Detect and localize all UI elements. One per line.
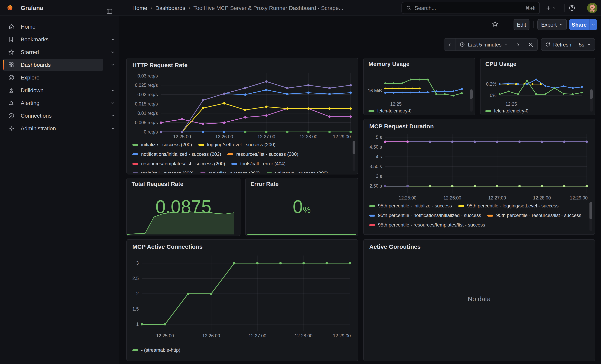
chevron-down-icon[interactable] (110, 97, 115, 109)
legend-item[interactable]: fetch-telemetry-0 (369, 107, 411, 114)
legend-item[interactable]: 95th percentile - initialize - success (369, 201, 452, 211)
panel-http-request-rate[interactable]: HTTP Request Rate 0 req/s0.005 req/s0.01… (126, 58, 358, 175)
sidebar-item-drilldown[interactable]: Drilldown (3, 84, 103, 96)
panel-active-goroutines[interactable]: Active Goroutines No data (363, 239, 595, 361)
stat-value-row: 0 % (246, 197, 358, 216)
svg-text:2.50 s: 2.50 s (370, 183, 382, 188)
legend-item[interactable]: logging/setLevel - success (200) (198, 140, 275, 149)
legend-item[interactable]: 95th percentile - resources/list - succe… (488, 211, 581, 220)
legend-item[interactable]: notifications/initialized - success (202… (132, 149, 221, 159)
chevron-left-icon (448, 42, 452, 47)
svg-text:0.005 req/s: 0.005 req/s (135, 120, 158, 125)
time-forward-button[interactable] (512, 38, 524, 51)
legend-item[interactable]: resources/templates/list - success (200) (132, 159, 225, 168)
legend-scrollbar[interactable] (590, 89, 593, 112)
add-button[interactable] (545, 3, 556, 13)
legend-item[interactable]: fetch-telemetry-0 (485, 107, 529, 114)
connections-legend: - (streamable-http) (132, 345, 349, 356)
edit-button[interactable]: Edit (513, 19, 530, 30)
panel-cpu-usage[interactable]: CPU Usage 0.2%0%12:25 fetch-telemetry-0 (480, 58, 595, 115)
legend-label: notifications/initialized - success (202… (141, 151, 221, 157)
http-legend: initialize - success (200)logging/setLev… (132, 140, 349, 173)
brand-name: Grafana (21, 4, 43, 11)
share-menu-button[interactable] (589, 19, 597, 30)
chevron-down-icon[interactable] (110, 84, 115, 96)
chevron-down-icon[interactable] (110, 59, 115, 71)
chevron-down-icon[interactable] (110, 46, 115, 58)
legend-item[interactable]: 95th percentile - notifications/initiali… (369, 211, 481, 220)
sidebar-item-administration[interactable]: Administration (3, 122, 103, 134)
sidebar-item-dashboards[interactable]: Dashboards (3, 59, 103, 71)
svg-text:0.03 req/s: 0.03 req/s (138, 73, 158, 79)
edit-button-label: Edit (517, 22, 526, 28)
legend-item[interactable]: 95th percentile - logging/setLevel - suc… (458, 201, 559, 211)
panel-error-rate[interactable]: Error Rate 0 % (245, 178, 358, 236)
sidebar-toggle-icon[interactable] (106, 3, 113, 19)
svg-text:0%: 0% (490, 93, 496, 98)
chevron-down-icon[interactable] (110, 110, 115, 122)
breadcrumb-dashboards[interactable]: Dashboards (155, 5, 185, 11)
legend-scrollbar[interactable] (590, 202, 592, 231)
breadcrumb-current: ToolHive MCP Server & Proxy Runner Dashb… (193, 5, 343, 11)
legend-color-chip (266, 172, 272, 173)
legend-item[interactable]: tools/call - success (200) (132, 168, 194, 173)
time-back-button[interactable] (444, 38, 456, 51)
refresh-button[interactable]: Refresh (541, 38, 575, 51)
panel-total-request-rate[interactable]: Total Request Rate 0.0875 (126, 178, 240, 236)
panel-mcp-active-connections[interactable]: MCP Active Connections 11.522.5312:25:00… (126, 239, 358, 361)
cpu-legend: fetch-telemetry-0 (485, 107, 585, 114)
zoom-out-button[interactable] (524, 38, 538, 51)
search-input[interactable] (415, 5, 525, 11)
panel-mcp-request-duration[interactable]: MCP Request Duration 5 s4.50 s4 s3.50 s3… (363, 119, 595, 235)
legend-color-chip (132, 349, 138, 351)
refresh-interval-picker[interactable]: 5s (575, 38, 595, 51)
time-range-picker[interactable]: Last 5 minutes (456, 38, 512, 51)
refresh-icon (545, 42, 550, 47)
sidebar-item-alerting[interactable]: Alerting (3, 97, 103, 109)
gear-icon (7, 125, 15, 132)
panel-title: Memory Usage (369, 61, 410, 67)
legend-label: unknown - success (200) (275, 170, 328, 173)
legend-item[interactable]: initialize - success (200) (132, 140, 192, 149)
svg-text:12:27:00: 12:27:00 (257, 134, 275, 139)
breadcrumb-home[interactable]: Home (132, 5, 147, 11)
legend-item[interactable]: 95th percentile - resources/templates/li… (369, 220, 485, 230)
legend-scrollbar[interactable] (470, 89, 473, 112)
svg-text:2.5: 2.5 (132, 276, 139, 281)
svg-text:3: 3 (136, 260, 139, 266)
legend-item[interactable]: tools/call - error (404) (231, 159, 286, 168)
sidebar-item-connections[interactable]: Connections (3, 110, 103, 122)
legend-item[interactable]: unknown - success (200) (266, 168, 328, 173)
chevron-down-icon[interactable] (110, 122, 115, 134)
panel-memory-usage[interactable]: Memory Usage 16 MiB12:25 fetch-telemetry… (363, 58, 475, 115)
chevron-down-icon[interactable] (110, 33, 115, 45)
favorite-star-icon[interactable] (492, 21, 499, 29)
help-button[interactable] (568, 3, 576, 13)
user-avatar[interactable] (587, 3, 597, 13)
svg-text:12:25: 12:25 (505, 101, 517, 107)
memory-legend: fetch-telemetry-0 (369, 107, 465, 114)
sidebar-item-explore[interactable]: Explore (3, 71, 103, 83)
legend-item[interactable]: - (streamable-http) (132, 345, 180, 355)
sidebar-item-starred[interactable]: Starred (3, 46, 103, 58)
zoom-out-icon (528, 41, 534, 48)
http-request-rate-chart: 0 req/s0.005 req/s0.01 req/s0.015 req/s0… (130, 70, 354, 141)
sidebar: HomeBookmarksStarredDashboardsExploreDri… (0, 16, 119, 364)
share-button[interactable]: Share (569, 19, 589, 30)
legend-scrollbar[interactable] (352, 141, 355, 171)
bell-icon (7, 99, 15, 106)
legend-item[interactable]: resources/list - success (200) (228, 149, 298, 159)
legend-item[interactable]: tools/list - success (200) (200, 168, 260, 173)
export-button[interactable]: Export (537, 19, 567, 30)
search-bar[interactable]: ⌘+k (401, 2, 540, 14)
legend-label: fetch-telemetry-0 (494, 108, 529, 113)
svg-text:0.015 req/s: 0.015 req/s (135, 101, 158, 107)
legend-color-chip (485, 110, 491, 112)
svg-text:12:28:00: 12:28:00 (300, 134, 317, 139)
sidebar-item-bookmarks[interactable]: Bookmarks (3, 33, 103, 45)
legend-color-chip (458, 205, 464, 207)
legend-label: initialize - success (200) (141, 142, 192, 148)
svg-text:4.50 s: 4.50 s (370, 144, 382, 150)
sidebar-item-home[interactable]: Home (3, 21, 103, 33)
cpu-usage-chart: 0.2%0%12:25 (483, 72, 592, 107)
